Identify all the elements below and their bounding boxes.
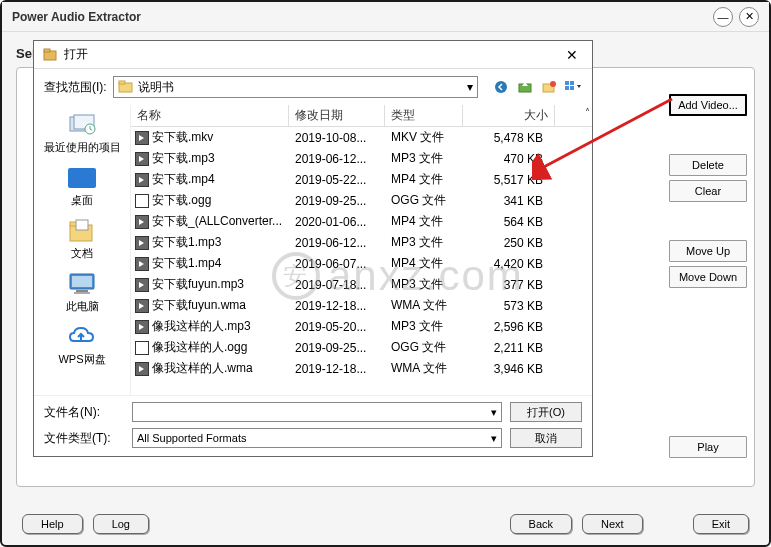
dialog-close-button[interactable]: ✕ [560, 47, 584, 63]
file-row[interactable]: 安下载fuyun.mp32019-07-18...MP3 文件377 KB [131, 274, 592, 295]
minimize-button[interactable]: — [713, 7, 733, 27]
up-folder-icon[interactable] [516, 78, 534, 96]
file-row[interactable]: 安下载fuyun.wma2019-12-18...WMA 文件573 KB [131, 295, 592, 316]
cloud-icon [66, 324, 98, 350]
sidebar-item-documents[interactable]: 文档 [34, 215, 130, 264]
dialog-title-text: 打开 [64, 46, 560, 63]
file-icon [135, 194, 149, 208]
svg-rect-11 [570, 86, 574, 90]
view-menu-icon[interactable] [564, 78, 582, 96]
file-size: 3,946 KB [463, 362, 555, 376]
file-name: 安下载fuyun.wma [152, 297, 246, 314]
file-type: MP4 文件 [385, 255, 463, 272]
file-row[interactable]: 安下载1.mp32019-06-12...MP3 文件250 KB [131, 232, 592, 253]
clear-button[interactable]: Clear [669, 180, 747, 202]
file-size: 2,211 KB [463, 341, 555, 355]
title-bar: Power Audio Extractor — ✕ [2, 2, 769, 32]
sidebar-item-cloud[interactable]: WPS网盘 [34, 321, 130, 370]
new-folder-icon[interactable] [540, 78, 558, 96]
file-row[interactable]: 像我这样的人.mp32019-05-20...MP3 文件2,596 KB [131, 316, 592, 337]
file-date: 2019-10-08... [289, 131, 385, 145]
file-type: OGG 文件 [385, 339, 463, 356]
sidebar-item-computer[interactable]: 此电脑 [34, 268, 130, 317]
file-size: 573 KB [463, 299, 555, 313]
column-size[interactable]: 大小 [463, 105, 555, 126]
file-size: 564 KB [463, 215, 555, 229]
file-type: WMA 文件 [385, 360, 463, 377]
file-row[interactable]: 安下载1.mp42019-06-07...MP4 文件4,420 KB [131, 253, 592, 274]
svg-rect-9 [570, 81, 574, 85]
chevron-down-icon: ▾ [491, 432, 497, 445]
back-nav-icon[interactable] [492, 78, 510, 96]
svg-point-4 [495, 81, 507, 93]
file-list-header: 名称 修改日期 类型 大小 ˄ [131, 105, 592, 127]
add-video-button[interactable]: Add Video... [669, 94, 747, 116]
file-date: 2019-05-20... [289, 320, 385, 334]
help-button[interactable]: Help [22, 514, 83, 534]
folder-icon [118, 80, 134, 94]
file-row[interactable]: 安下载.mkv2019-10-08...MKV 文件5,478 KB [131, 127, 592, 148]
column-type[interactable]: 类型 [385, 105, 463, 126]
file-size: 4,420 KB [463, 257, 555, 271]
svg-point-7 [550, 81, 556, 87]
file-list: 安下载.mkv2019-10-08...MKV 文件5,478 KB安下载.mp… [131, 127, 592, 395]
next-button[interactable]: Next [582, 514, 643, 534]
file-date: 2019-06-12... [289, 152, 385, 166]
file-icon [135, 131, 149, 145]
file-type: MP4 文件 [385, 213, 463, 230]
log-button[interactable]: Log [93, 514, 149, 534]
sidebar-item-label: 桌面 [71, 193, 93, 208]
desktop-icon [66, 165, 98, 191]
file-row[interactable]: 安下载.ogg2019-09-25...OGG 文件341 KB [131, 190, 592, 211]
column-date[interactable]: 修改日期 [289, 105, 385, 126]
svg-rect-3 [119, 81, 125, 84]
sidebar-item-recent[interactable]: 最近使用的项目 [34, 109, 130, 158]
scroll-up-icon[interactable]: ˄ [585, 107, 590, 118]
file-name: 安下载1.mp3 [152, 234, 221, 251]
filetype-label: 文件类型(T): [44, 430, 124, 447]
svg-rect-10 [565, 86, 569, 90]
play-button[interactable]: Play [669, 436, 747, 458]
file-type: MKV 文件 [385, 129, 463, 146]
delete-button[interactable]: Delete [669, 154, 747, 176]
sidebar-item-desktop[interactable]: 桌面 [34, 162, 130, 211]
file-size: 5,478 KB [463, 131, 555, 145]
file-row[interactable]: 像我这样的人.wma2019-12-18...WMA 文件3,946 KB [131, 358, 592, 379]
file-row[interactable]: 像我这样的人.ogg2019-09-25...OGG 文件2,211 KB [131, 337, 592, 358]
file-row[interactable]: 安下载.mp32019-06-12...MP3 文件470 KB [131, 148, 592, 169]
sidebar-item-label: 此电脑 [66, 299, 99, 314]
file-row[interactable]: 安下载_(ALLConverter...2020-01-06...MP4 文件5… [131, 211, 592, 232]
svg-rect-15 [68, 168, 96, 188]
close-button[interactable]: ✕ [739, 7, 759, 27]
file-date: 2019-12-18... [289, 362, 385, 376]
sidebar-item-label: WPS网盘 [58, 352, 105, 367]
filename-input[interactable]: ▾ [132, 402, 502, 422]
svg-rect-22 [74, 292, 90, 294]
bottom-bar: Help Log Back Next Exit [2, 509, 769, 539]
file-type: WMA 文件 [385, 297, 463, 314]
file-name: 安下载.mkv [152, 129, 213, 146]
file-icon [135, 215, 149, 229]
column-name[interactable]: 名称 [131, 105, 289, 126]
file-date: 2019-06-07... [289, 257, 385, 271]
file-icon [135, 278, 149, 292]
file-icon [135, 257, 149, 271]
recent-icon [66, 112, 98, 138]
back-button[interactable]: Back [510, 514, 572, 534]
move-up-button[interactable]: Move Up [669, 240, 747, 262]
file-size: 250 KB [463, 236, 555, 250]
svg-rect-20 [72, 276, 92, 287]
filetype-select[interactable]: All Supported Formats▾ [132, 428, 502, 448]
file-date: 2019-09-25... [289, 341, 385, 355]
chevron-down-icon: ▾ [491, 406, 497, 419]
cancel-button[interactable]: 取消 [510, 428, 582, 448]
svg-rect-8 [565, 81, 569, 85]
file-icon [135, 341, 149, 355]
file-type: MP3 文件 [385, 150, 463, 167]
file-type: MP3 文件 [385, 318, 463, 335]
file-row[interactable]: 安下载.mp42019-05-22...MP4 文件5,517 KB [131, 169, 592, 190]
folder-select[interactable]: 说明书 ▾ [113, 76, 478, 98]
exit-button[interactable]: Exit [693, 514, 749, 534]
move-down-button[interactable]: Move Down [669, 266, 747, 288]
open-button[interactable]: 打开(O) [510, 402, 582, 422]
